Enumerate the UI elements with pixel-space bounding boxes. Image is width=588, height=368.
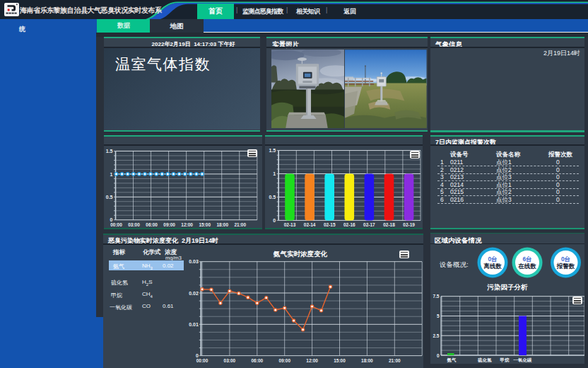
- svg-text:1: 1: [110, 172, 113, 177]
- svg-text:5: 5: [437, 314, 440, 318]
- svg-text:在线数: 在线数: [517, 263, 536, 270]
- svg-text:1: 1: [273, 171, 276, 176]
- svg-text:03:00: 03:00: [224, 358, 236, 363]
- svg-text:硫化氢: 硫化氢: [477, 357, 492, 362]
- svg-text:甲烷: 甲烷: [500, 357, 510, 362]
- svg-text:00:00: 00:00: [110, 222, 122, 227]
- svg-text:12:00: 12:00: [306, 358, 318, 363]
- svg-text:0.01: 0.01: [189, 322, 199, 327]
- svg-text:18:00: 18:00: [216, 222, 228, 227]
- svg-text:6台: 6台: [522, 255, 531, 263]
- svg-text:18:00: 18:00: [361, 358, 373, 363]
- svg-text:0: 0: [437, 353, 440, 358]
- svg-text:02-15: 02-15: [324, 222, 336, 227]
- svg-text:21:00: 21:00: [234, 222, 246, 227]
- svg-text:15:00: 15:00: [334, 358, 346, 363]
- svg-text:02-16: 02-16: [343, 222, 355, 227]
- svg-text:1.5: 1.5: [269, 148, 276, 153]
- svg-text:00:00: 00:00: [196, 358, 208, 363]
- svg-text:0台: 0台: [488, 255, 497, 263]
- svg-text:12:00: 12:00: [181, 222, 193, 227]
- svg-text:一氧化碳: 一氧化碳: [514, 357, 533, 362]
- svg-text:7.5: 7.5: [433, 294, 439, 299]
- svg-text:02-14: 02-14: [304, 222, 316, 227]
- svg-text:0.5: 0.5: [269, 195, 276, 200]
- svg-text:02-13: 02-13: [284, 222, 296, 227]
- svg-text:09:00: 09:00: [278, 358, 290, 363]
- svg-text:1.5: 1.5: [106, 149, 113, 154]
- svg-text:离线数: 离线数: [483, 263, 502, 270]
- svg-text:21:00: 21:00: [389, 358, 401, 363]
- svg-text:0: 0: [273, 218, 276, 223]
- svg-text:02-19: 02-19: [403, 222, 415, 227]
- svg-text:02-17: 02-17: [363, 222, 375, 227]
- svg-text:06:00: 06:00: [251, 358, 263, 363]
- svg-text:03:00: 03:00: [128, 222, 140, 227]
- svg-text:0.03: 0.03: [189, 259, 199, 264]
- svg-text:09:00: 09:00: [163, 222, 175, 227]
- svg-text:0.02: 0.02: [189, 291, 199, 296]
- svg-text:0台: 0台: [561, 255, 570, 263]
- svg-text:2.5: 2.5: [433, 333, 439, 338]
- svg-text:氨气: 氨气: [447, 357, 457, 362]
- svg-text:15:00: 15:00: [199, 222, 211, 227]
- svg-text:02-18: 02-18: [383, 222, 395, 227]
- svg-text:06:00: 06:00: [146, 222, 158, 227]
- svg-text:报警数: 报警数: [556, 263, 575, 270]
- svg-text:0.5: 0.5: [106, 195, 113, 200]
